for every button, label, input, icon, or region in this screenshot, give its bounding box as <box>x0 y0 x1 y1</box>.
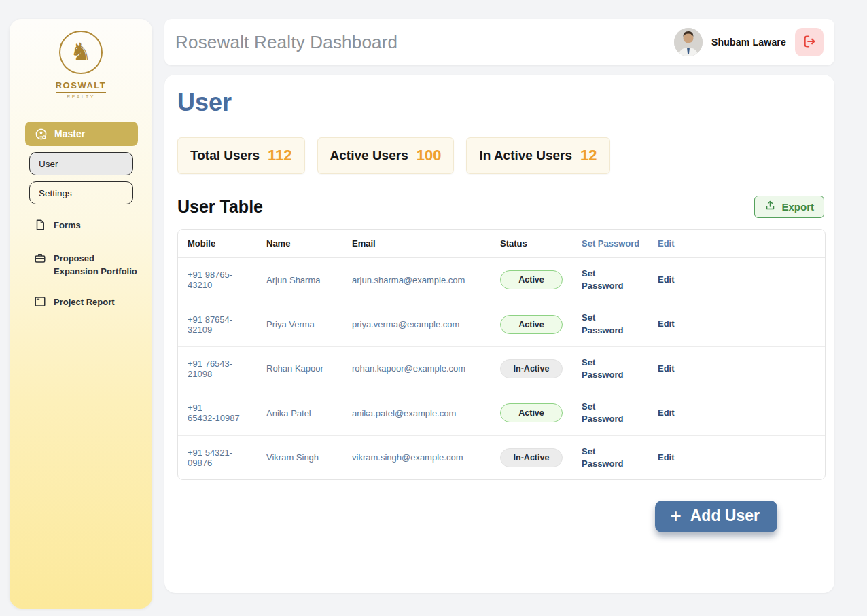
cell-email: arjun.sharma@example.com <box>347 258 495 302</box>
cell-status: Active <box>495 258 576 302</box>
table-row: +91 65432-10987 Anika Patel anika.patel@… <box>178 391 825 435</box>
column-header-email[interactable]: Email <box>347 230 495 258</box>
logout-icon <box>802 34 817 51</box>
status-badge: Active <box>500 403 563 422</box>
status-badge: In-Active <box>500 448 563 467</box>
main-content: User Total Users 112 Active Users 100 In… <box>164 75 834 593</box>
set-password-link[interactable]: Set Password <box>582 446 629 470</box>
edit-link[interactable]: Edit <box>658 363 675 375</box>
cell-edit: Edit <box>652 302 825 346</box>
status-badge: In-Active <box>500 359 563 378</box>
stat-value: 100 <box>417 147 442 164</box>
sidebar-item-label: Project Report <box>54 296 115 309</box>
table-title: User Table <box>177 197 263 217</box>
cell-email: anika.patel@example.com <box>347 391 495 435</box>
add-user-button[interactable]: + Add User <box>655 501 777 532</box>
avatar[interactable] <box>674 28 703 56</box>
cell-name: Vikram Singh <box>261 435 347 479</box>
column-header-mobile[interactable]: Mobile <box>178 230 261 258</box>
stat-value: 112 <box>268 147 292 164</box>
cell-edit: Edit <box>652 346 825 391</box>
user-gear-icon <box>35 128 48 141</box>
cell-mobile: +91 65432-10987 <box>178 391 261 435</box>
stat-card-active-users: Active Users 100 <box>317 137 455 174</box>
plus-icon: + <box>670 507 681 524</box>
export-button[interactable]: Export <box>754 196 824 218</box>
top-header: Rosewalt Realty Dashboard Shubam Laware <box>164 19 834 65</box>
file-icon <box>34 219 46 235</box>
edit-link[interactable]: Edit <box>658 318 675 330</box>
cell-edit: Edit <box>652 258 825 302</box>
sidebar-item-master[interactable]: Master <box>25 122 138 146</box>
set-password-link[interactable]: Set Password <box>582 268 629 292</box>
cell-name: Priya Verma <box>261 302 347 346</box>
stat-label: In Active Users <box>479 148 572 163</box>
set-password-link[interactable]: Set Password <box>582 401 629 425</box>
table-row: +91 54321-09876 Vikram Singh vikram.sing… <box>178 435 825 479</box>
status-badge: Active <box>500 270 563 289</box>
set-password-link[interactable]: Set Password <box>582 312 629 336</box>
column-header-edit[interactable]: Edit <box>652 230 825 258</box>
cell-set-password: Set Password <box>576 302 652 346</box>
table-row: +91 87654-32109 Priya Verma priya.verma@… <box>178 302 825 346</box>
cell-status: In-Active <box>495 346 576 391</box>
brand-logo: ♞ ROSWALT REALTY <box>10 19 152 99</box>
cell-status: Active <box>495 302 576 346</box>
table-row: +91 76543-21098 Rohan Kapoor rohan.kapoo… <box>178 346 825 391</box>
cell-set-password: Set Password <box>576 258 652 302</box>
status-badge: Active <box>500 315 563 334</box>
cell-status: Active <box>495 391 576 435</box>
brand-name: ROSWALT <box>56 80 107 93</box>
user-name: Shubam Laware <box>711 37 786 48</box>
cell-mobile: +91 54321-09876 <box>178 435 261 479</box>
cell-set-password: Set Password <box>576 346 652 391</box>
export-label: Export <box>781 201 814 213</box>
sidebar-item-settings[interactable]: Settings <box>29 181 133 204</box>
cell-email: vikram.singh@example.com <box>347 435 495 479</box>
logo-circle: ♞ <box>59 31 103 74</box>
table-row: +91 98765-43210 Arjun Sharma arjun.sharm… <box>178 258 825 302</box>
cell-mobile: +91 98765-43210 <box>178 258 261 302</box>
cell-mobile: +91 87654-32109 <box>178 302 261 346</box>
cell-name: Arjun Sharma <box>261 258 347 302</box>
cell-email: priya.verma@example.com <box>347 302 495 346</box>
sidebar-item-project-report[interactable]: Project Report <box>10 296 152 312</box>
cell-status: In-Active <box>495 435 576 479</box>
table-header-row: Mobile Name Email Status Set Password Ed… <box>178 230 825 258</box>
sidebar-item-label: Proposed Expansion Portfolio <box>54 253 140 278</box>
sidebar-item-user[interactable]: User <box>29 152 133 175</box>
edit-link[interactable]: Edit <box>658 274 675 286</box>
column-header-set-password[interactable]: Set Password <box>576 230 652 258</box>
column-header-name[interactable]: Name <box>261 230 347 258</box>
logout-button[interactable] <box>795 28 824 56</box>
user-table: Mobile Name Email Status Set Password Ed… <box>177 229 826 480</box>
cell-set-password: Set Password <box>576 391 652 435</box>
app-title: Rosewalt Realty Dashboard <box>175 32 397 53</box>
user-table-body: +91 98765-43210 Arjun Sharma arjun.sharm… <box>178 258 825 479</box>
stat-card-inactive-users: In Active Users 12 <box>466 137 609 174</box>
cell-edit: Edit <box>652 435 825 479</box>
cell-mobile: +91 76543-21098 <box>178 346 261 391</box>
page-title: User <box>177 88 824 117</box>
sidebar-item-label: Master <box>54 128 85 139</box>
edit-link[interactable]: Edit <box>658 407 675 419</box>
stats-row: Total Users 112 Active Users 100 In Acti… <box>177 137 824 174</box>
sidebar: ♞ ROSWALT REALTY Master User Settings <box>10 19 152 609</box>
stat-label: Total Users <box>190 148 260 163</box>
sidebar-item-label: User <box>39 159 58 169</box>
sidebar-item-label: Settings <box>39 188 72 198</box>
edit-link[interactable]: Edit <box>658 452 675 464</box>
brand-subtitle: REALTY <box>10 94 152 99</box>
cell-name: Anika Patel <box>261 391 347 435</box>
cell-edit: Edit <box>652 391 825 435</box>
set-password-link[interactable]: Set Password <box>582 357 629 381</box>
cell-email: rohan.kapoor@example.com <box>347 346 495 391</box>
cell-name: Rohan Kapoor <box>261 346 347 391</box>
sidebar-item-forms[interactable]: Forms <box>10 219 152 235</box>
column-header-status[interactable]: Status <box>495 230 576 258</box>
stat-label: Active Users <box>330 148 408 163</box>
stat-value: 12 <box>580 147 597 164</box>
sidebar-item-proposed-expansion-portfolio[interactable]: Proposed Expansion Portfolio <box>10 253 152 278</box>
stat-card-total-users: Total Users 112 <box>177 137 305 174</box>
cell-set-password: Set Password <box>576 435 652 479</box>
